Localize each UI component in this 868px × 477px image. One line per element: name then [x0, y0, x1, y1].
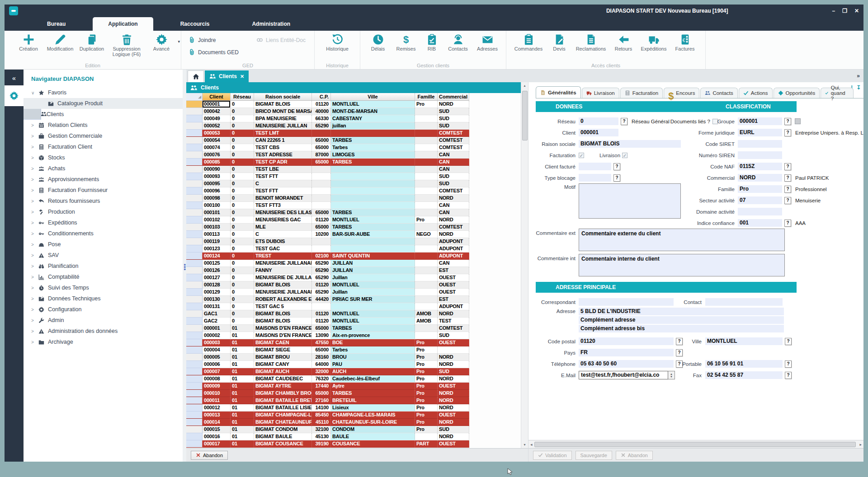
cell-famille[interactable]: [415, 289, 438, 296]
table-row[interactable]: 000130 0 ROBERT ALEXANDRE EI 44420 PIRIA…: [186, 296, 521, 303]
cell-reseau[interactable]: 0: [231, 253, 254, 260]
cell-client[interactable]: 000090: [203, 166, 231, 173]
cell-famille[interactable]: [415, 166, 438, 173]
cell-cp[interactable]: [312, 303, 331, 310]
adresse-line2-field[interactable]: Complément adresse: [579, 316, 784, 324]
cell-cp[interactable]: 65000: [312, 390, 331, 397]
nav-tree-item[interactable]: > Comptabilité: [24, 271, 183, 282]
cell-famille[interactable]: Pro: [415, 216, 438, 224]
cell-famille[interactable]: [415, 144, 438, 151]
cell-reseau[interactable]: 0: [231, 310, 254, 318]
cell-cp[interactable]: [312, 245, 331, 253]
cell-famille[interactable]: Pro: [415, 397, 438, 404]
table-row[interactable]: 000042 0 BRICO MONT DE MARSA 40000 MONT-…: [186, 108, 521, 115]
cell-client[interactable]: 000002: [203, 332, 231, 339]
nav-tree-item[interactable]: > Suivi des Temps: [24, 282, 183, 293]
table-row[interactable]: 000013 01 BIGMAT CHAMPAGNE-LE 85450 CHAM…: [186, 412, 521, 419]
cell-cp[interactable]: 64000: [312, 361, 331, 368]
cell-client[interactable]: GAC1: [203, 310, 231, 318]
table-row[interactable]: 000009 01 BIGMAT AYTRE 17440 Aytre Pro O…: [186, 383, 521, 390]
row-selector[interactable]: [186, 296, 203, 303]
row-selector[interactable]: [186, 173, 203, 180]
remises-button[interactable]: $Remises: [393, 33, 419, 51]
cell-cp[interactable]: 44420: [312, 296, 331, 303]
pays-field[interactable]: FR: [579, 349, 674, 356]
cell-raison-sociale[interactable]: MAISONS D'EN FRANCE: [254, 325, 312, 332]
cell-commercial[interactable]: NORD: [438, 216, 469, 224]
cell-reseau[interactable]: 0: [231, 289, 254, 296]
table-row[interactable]: 000008 01 BIGMAT CAUDEBEC 76320 Caudebec…: [186, 375, 521, 383]
row-selector[interactable]: [186, 325, 203, 332]
cell-famille[interactable]: [415, 130, 438, 137]
cell-raison-sociale[interactable]: BIGMAT AYTRE: [254, 383, 312, 390]
groupe-help-button[interactable]: ?: [784, 118, 791, 125]
cell-raison-sociale[interactable]: ETS DUBOIS: [254, 238, 312, 245]
contact-field[interactable]: [705, 298, 783, 306]
cell-cp[interactable]: [312, 130, 331, 137]
cell-client[interactable]: 000129: [203, 289, 231, 296]
column-header-reseau[interactable]: Réseau: [231, 93, 254, 101]
clients-document-tab[interactable]: Clients ✕: [205, 70, 249, 82]
row-selector[interactable]: [186, 426, 203, 433]
cell-raison-sociale[interactable]: TEST FTT: [254, 173, 312, 180]
cell-ville[interactable]: [331, 166, 415, 173]
factures-button[interactable]: €Factures: [672, 33, 698, 51]
cell-raison-sociale[interactable]: TEST CP ADR: [254, 159, 312, 166]
cell-client[interactable]: 000124: [203, 253, 231, 260]
row-selector[interactable]: [186, 361, 203, 368]
livraison-checkbox[interactable]: ✓: [622, 153, 627, 158]
historique-button[interactable]: Historique: [319, 33, 355, 51]
cell-cp[interactable]: 65000: [312, 137, 331, 144]
cell-client[interactable]: 000053: [203, 130, 231, 137]
cell-famille[interactable]: Pro: [415, 412, 438, 419]
client-field[interactable]: 000001: [579, 129, 618, 136]
cell-cp[interactable]: 45130: [312, 433, 331, 440]
cell-commercial[interactable]: OUEST: [438, 440, 469, 448]
cell-famille[interactable]: Pro: [415, 368, 438, 375]
cell-commercial[interactable]: NORD: [438, 231, 469, 238]
cell-reseau[interactable]: 0: [231, 274, 254, 281]
table-row[interactable]: 000085 0 TEST CP ADR 65000 TARBES CAN: [186, 159, 521, 166]
fax-help-button[interactable]: ?: [785, 372, 792, 379]
cell-famille[interactable]: [415, 224, 438, 231]
cell-raison-sociale[interactable]: MENUISERIE JUILLAN: [254, 122, 312, 130]
table-row[interactable]: 000090 0 TEST LBE CAN: [186, 166, 521, 173]
cell-client[interactable]: 000125: [203, 260, 231, 267]
nav-tree-item[interactable]: > Planification: [24, 261, 183, 271]
cell-reseau[interactable]: 0: [231, 130, 254, 137]
cell-raison-sociale[interactable]: TEST LBE: [254, 166, 312, 173]
cell-cp[interactable]: 65290: [312, 289, 331, 296]
cell-ville[interactable]: MONT-DE-MARSAN: [331, 108, 415, 115]
client-facture-help-button[interactable]: ?: [613, 163, 620, 170]
cell-ville[interactable]: [331, 202, 415, 209]
cell-raison-sociale[interactable]: MLE: [254, 224, 312, 231]
cell-commercial[interactable]: TEST: [438, 318, 469, 325]
cell-raison-sociale[interactable]: BIGMAT SIEGE: [254, 346, 312, 354]
cell-commercial[interactable]: OUEST: [438, 383, 469, 390]
cell-ville[interactable]: Tarbes: [331, 144, 415, 151]
nav-tree-item[interactable]: > Admin: [24, 315, 183, 326]
row-selector[interactable]: [186, 137, 203, 144]
column-header-cp[interactable]: C.P.: [312, 93, 331, 101]
tree-chevron-icon[interactable]: >: [31, 242, 38, 247]
cell-client[interactable]: 000001: [203, 101, 231, 108]
cell-raison-sociale[interactable]: TEST FTT3: [254, 202, 312, 209]
cell-client[interactable]: 000101: [203, 209, 231, 216]
cell-famille[interactable]: [415, 274, 438, 281]
secteur-help-button[interactable]: ?: [784, 197, 791, 204]
cell-commercial[interactable]: OUEST: [438, 274, 469, 281]
cell-reseau[interactable]: 01: [231, 325, 254, 332]
cell-famille[interactable]: [415, 173, 438, 180]
cell-commercial[interactable]: EST: [438, 267, 469, 274]
cell-famille[interactable]: [415, 137, 438, 144]
cell-client[interactable]: 000003: [203, 339, 231, 346]
cell-reseau[interactable]: 01: [231, 390, 254, 397]
cell-ville[interactable]: COUSANCE: [331, 440, 415, 448]
cell-reseau[interactable]: 0: [231, 260, 254, 267]
cell-ville[interactable]: CHAMPAGNE-LES-MARAIS: [331, 412, 415, 419]
commercial-field[interactable]: NORD: [738, 174, 782, 182]
column-header-client[interactable]: Client: [203, 93, 231, 101]
cell-commercial[interactable]: CAN: [438, 209, 469, 216]
cell-commercial[interactable]: CAN: [438, 202, 469, 209]
detail-tab[interactable]: $ Encours: [664, 88, 699, 98]
